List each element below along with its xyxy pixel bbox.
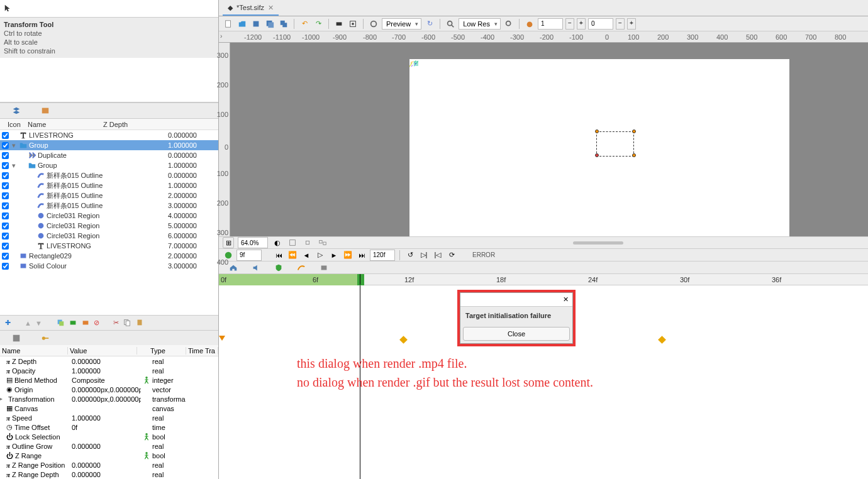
- zoom-all-icon[interactable]: [317, 237, 328, 248]
- dec-btn[interactable]: −: [565, 18, 574, 30]
- param-value[interactable]: 0.000000: [72, 461, 141, 469]
- zoom-fit-icon[interactable]: ◐: [272, 237, 283, 248]
- zoom-input[interactable]: [238, 237, 268, 248]
- onion-icon[interactable]: [524, 18, 535, 30]
- expand-icon[interactable]: ›: [220, 33, 222, 40]
- layer-visible-check[interactable]: [2, 172, 9, 179]
- layers-panel-icon[interactable]: [11, 106, 21, 116]
- cursor-icon[interactable]: [4, 4, 13, 14]
- param-value[interactable]: 0.000000: [72, 443, 141, 450]
- ch-shield-icon[interactable]: [273, 262, 284, 273]
- open-icon[interactable]: [236, 18, 248, 30]
- handle[interactable]: [595, 153, 599, 157]
- param-row[interactable]: πOpacity1.000000real: [0, 366, 218, 375]
- layer-row[interactable]: Circle031 Region6.000000: [0, 231, 218, 241]
- refresh-icon[interactable]: ↻: [424, 18, 435, 30]
- bound2-icon[interactable]: |◁: [432, 250, 443, 261]
- ch-home-icon[interactable]: [228, 262, 239, 273]
- params-icon[interactable]: [11, 333, 21, 343]
- layer-row[interactable]: ▾Group1.000000: [0, 160, 218, 170]
- inc2-btn[interactable]: +: [627, 18, 636, 30]
- copy-icon[interactable]: [123, 318, 131, 328]
- dec2-btn[interactable]: −: [616, 18, 625, 30]
- param-row[interactable]: πZ Depth0.000000real: [0, 356, 218, 366]
- add-layer-icon[interactable]: ✚: [5, 319, 11, 327]
- undo-icon[interactable]: ↶: [299, 18, 310, 30]
- target-icon[interactable]: [368, 18, 379, 30]
- layer-row[interactable]: LIVESTRONG0.000000: [0, 130, 218, 140]
- waypoint-marker[interactable]: [658, 336, 666, 344]
- ch-scene-icon[interactable]: [318, 262, 330, 273]
- timeline-body[interactable]: ✕ Target initialisation failure Close th…: [219, 285, 868, 479]
- param-row[interactable]: ◉Origin0.000000px,0.000000pxvector: [0, 385, 218, 394]
- layer-row[interactable]: Solid Colour3.000000: [0, 261, 218, 271]
- param-value[interactable]: Composite: [72, 377, 141, 384]
- sets-panel-icon[interactable]: [40, 106, 50, 116]
- saveas-icon[interactable]: [264, 18, 275, 30]
- bound-icon[interactable]: ▷|: [418, 250, 430, 261]
- timeline-header[interactable]: 0f 6f 12f 18f 24f 30f 36f: [219, 274, 868, 285]
- zoom-in-icon[interactable]: [287, 237, 298, 248]
- layer-row[interactable]: Circle031 Region5.000000: [0, 221, 218, 231]
- layer-row[interactable]: 新样条015 Outline1.000000: [0, 180, 218, 190]
- layer-visible-check[interactable]: [2, 263, 9, 270]
- ungroup-icon[interactable]: [81, 318, 90, 328]
- first-icon[interactable]: ⏮: [273, 250, 284, 261]
- param-value[interactable]: 0.000000: [72, 471, 141, 478]
- document-tab[interactable]: ◆ *Test.sifz ✕: [223, 1, 279, 16]
- layer-visible-check[interactable]: [2, 132, 9, 139]
- keyframe-marker[interactable]: [219, 336, 225, 341]
- layer-row[interactable]: LIVESTRONG7.000000: [0, 241, 218, 251]
- raise-icon[interactable]: ▲: [25, 319, 31, 327]
- handle[interactable]: [595, 129, 599, 133]
- param-value[interactable]: 0.000000px,0.000000px: [72, 386, 141, 394]
- param-row[interactable]: ⏻Z Rangebool: [0, 451, 218, 460]
- close-button[interactable]: Close: [463, 327, 570, 341]
- param-row[interactable]: πZ Range Position0.000000real: [0, 460, 218, 470]
- param-row[interactable]: πSpeed1.000000real: [0, 413, 218, 422]
- nextkey-icon[interactable]: ⏩: [342, 250, 353, 261]
- param-row[interactable]: ⏻Lock Selectionbool: [0, 432, 218, 441]
- loop-icon[interactable]: ↺: [404, 250, 416, 261]
- param-row[interactable]: ▸Transformation0.000000px,0.000000pxtran…: [0, 394, 218, 404]
- preview-select[interactable]: Preview: [382, 18, 421, 30]
- target-btn[interactable]: ⊞: [223, 237, 234, 248]
- param-list[interactable]: πZ Depth0.000000realπOpacity1.000000real…: [0, 356, 218, 479]
- handle[interactable]: [632, 153, 636, 157]
- lower-icon[interactable]: ▼: [35, 319, 42, 327]
- layer-visible-check[interactable]: [2, 243, 9, 250]
- onion-fut-input[interactable]: [588, 18, 613, 30]
- layer-visible-check[interactable]: [2, 192, 9, 199]
- layer-visible-check[interactable]: [2, 212, 9, 219]
- play-icon[interactable]: ▷: [314, 250, 326, 261]
- close-tab-icon[interactable]: ✕: [268, 4, 274, 12]
- handle[interactable]: [632, 129, 636, 133]
- param-value[interactable]: 0f: [72, 424, 141, 431]
- layer-visible-check[interactable]: [2, 223, 9, 229]
- zoom-icon[interactable]: [445, 18, 456, 30]
- layer-visible-check[interactable]: [2, 152, 9, 159]
- selection-box[interactable]: [596, 131, 634, 157]
- layer-row[interactable]: 新样条015 Outline2.000000: [0, 190, 218, 201]
- layer-visible-check[interactable]: [2, 233, 9, 239]
- cut-icon[interactable]: ✂: [113, 319, 119, 327]
- param-row[interactable]: ◷Time Offset0ftime: [0, 422, 218, 432]
- key-icon[interactable]: [40, 333, 50, 343]
- param-row[interactable]: πZ Range Depth0.000000real: [0, 470, 218, 479]
- delete-icon[interactable]: ⊘: [94, 319, 99, 327]
- last-icon[interactable]: ⏭: [356, 250, 367, 261]
- layer-row[interactable]: 新样条015 Outline0.000000: [0, 170, 218, 180]
- layer-row[interactable]: 新样条015 Outline3.000000: [0, 201, 218, 211]
- layer-visible-check[interactable]: [2, 202, 9, 209]
- param-value[interactable]: 0.000000px,0.000000px: [72, 395, 141, 403]
- save-icon[interactable]: [250, 18, 262, 30]
- saveall-icon[interactable]: [278, 18, 289, 30]
- layer-visible-check[interactable]: [2, 142, 9, 149]
- new-icon[interactable]: [223, 18, 234, 30]
- ch-curve-icon[interactable]: [296, 262, 307, 273]
- prevkey-icon[interactable]: ⏪: [287, 250, 298, 261]
- param-value[interactable]: 0.000000: [72, 358, 141, 365]
- dup-icon[interactable]: [56, 318, 65, 328]
- layer-visible-check[interactable]: [2, 253, 9, 260]
- waypoint-marker[interactable]: [399, 336, 408, 344]
